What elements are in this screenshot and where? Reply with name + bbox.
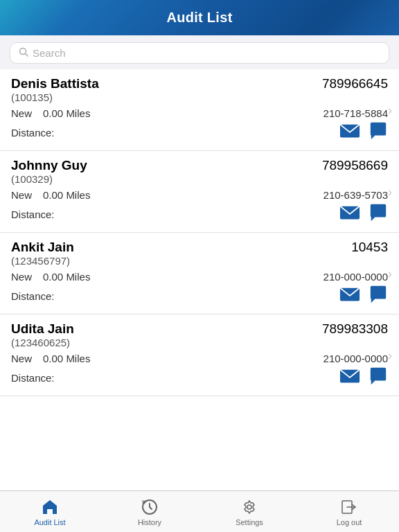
- search-bar: [10, 42, 389, 64]
- tab-logout[interactable]: Log out: [299, 491, 399, 532]
- chevron-icon: ›: [388, 184, 392, 199]
- item-id: (100329): [11, 173, 53, 185]
- item-name: Johnny Guy: [11, 158, 87, 173]
- search-icon: [19, 47, 28, 59]
- tab-settings[interactable]: Settings: [200, 491, 299, 532]
- item-id-number: 789966645: [322, 76, 388, 91]
- item-phone: 210-639-5703: [323, 189, 388, 201]
- list-item[interactable]: Denis Battista 789966645 (100135) New 0.…: [0, 69, 399, 151]
- tab-bar: Audit List History Settings: [0, 490, 399, 532]
- mail-icon[interactable]: [339, 287, 360, 305]
- chevron-icon: ›: [388, 266, 392, 281]
- item-id: (100135): [11, 91, 53, 103]
- mail-icon[interactable]: [339, 123, 360, 141]
- distance-label: Distance:: [11, 290, 55, 302]
- search-container: [0, 35, 399, 69]
- mail-icon[interactable]: [339, 369, 360, 387]
- tab-history[interactable]: History: [100, 491, 200, 532]
- item-distance: 0.00 Miles: [43, 271, 90, 283]
- item-status: New: [11, 189, 32, 201]
- svg-point-7: [247, 505, 251, 509]
- home-icon: [40, 497, 60, 517]
- distance-label: Distance:: [11, 127, 55, 139]
- search-input[interactable]: [33, 47, 380, 59]
- list-item[interactable]: Udita Jain 789983308 (123460625) New 0.0…: [0, 314, 399, 396]
- settings-icon: [240, 497, 259, 517]
- header: Audit List: [0, 0, 399, 35]
- chevron-icon: ›: [388, 348, 392, 362]
- item-phone: 210-000-0000: [323, 271, 388, 283]
- tab-audit-list[interactable]: Audit List: [0, 491, 100, 532]
- item-id: (123456797): [11, 255, 70, 267]
- logout-icon: [339, 497, 359, 517]
- item-status: New: [11, 107, 32, 119]
- item-id-number: 789983308: [322, 321, 388, 337]
- item-distance: 0.00 Miles: [43, 189, 90, 201]
- item-distance: 0.00 Miles: [43, 353, 90, 364]
- page-title: Audit List: [166, 10, 232, 25]
- chat-icon[interactable]: [369, 121, 388, 143]
- chevron-icon: ›: [388, 103, 392, 117]
- item-status: New: [11, 353, 32, 364]
- chat-icon[interactable]: [369, 285, 388, 307]
- item-id: (123460625): [11, 337, 70, 348]
- item-phone: 210-000-0000: [323, 353, 388, 364]
- item-name: Ankit Jain: [11, 240, 74, 255]
- chat-icon[interactable]: [369, 203, 388, 225]
- item-status: New: [11, 271, 32, 283]
- tab-audit-list-label: Audit List: [34, 518, 65, 526]
- distance-label: Distance:: [11, 209, 55, 220]
- item-name: Denis Battista: [11, 76, 99, 91]
- list-item[interactable]: Ankit Jain 10453 (123456797) New 0.00 Mi…: [0, 233, 399, 314]
- item-name: Udita Jain: [11, 321, 74, 337]
- tab-history-label: History: [138, 518, 161, 526]
- tab-settings-label: Settings: [236, 518, 263, 526]
- chat-icon[interactable]: [369, 366, 388, 389]
- item-id-number: 10453: [351, 240, 388, 255]
- tab-logout-label: Log out: [337, 518, 362, 526]
- svg-line-1: [26, 54, 28, 57]
- distance-label: Distance:: [11, 372, 55, 384]
- item-phone: 210-718-5884: [323, 107, 388, 119]
- list-container: Denis Battista 789966645 (100135) New 0.…: [0, 69, 399, 490]
- history-icon: [140, 497, 159, 517]
- mail-icon[interactable]: [339, 205, 360, 223]
- list-item[interactable]: Johnny Guy 789958669 (100329) New 0.00 M…: [0, 151, 399, 233]
- item-distance: 0.00 Miles: [43, 107, 90, 119]
- item-id-number: 789958669: [322, 158, 388, 173]
